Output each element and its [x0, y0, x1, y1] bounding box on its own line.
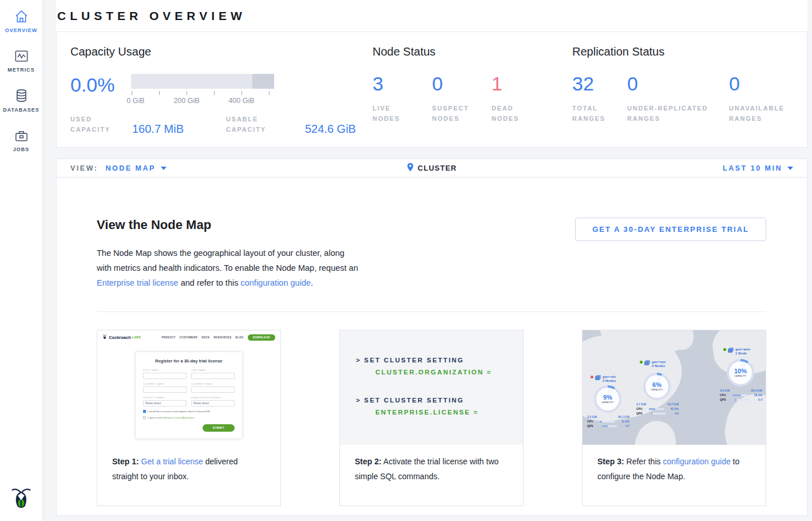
- nav-product[interactable]: PRODUCT: [161, 336, 175, 339]
- sidebar-item-label: JOBS: [0, 147, 42, 152]
- dead-nodes-stat: 1 DEADNODES: [492, 74, 551, 124]
- reason-label: REASON FOR INTEREST: [191, 396, 235, 399]
- sidebar: OVERVIEW METRICS DATABASES JOBS: [0, 0, 42, 521]
- site-nav: PRODUCT CUSTOMERS DOCS RESOURCES BLOG DO…: [161, 334, 275, 341]
- nav-resources[interactable]: RESOURCES: [213, 336, 231, 339]
- get-trial-license-link[interactable]: Get a trial license: [141, 457, 203, 466]
- brand-suffix: LABS: [132, 336, 141, 339]
- main-area: CLUSTER OVERVIEW Capacity Usage 0.0%: [42, 0, 812, 521]
- used-capacity-value: 160.7 MiB: [132, 123, 226, 135]
- unavailable-ranges-label: UNAVAILABLERANGES: [729, 103, 785, 124]
- license-agreement-link[interactable]: Software License Agreement.: [163, 416, 195, 419]
- cluster-breadcrumb[interactable]: CLUSTER: [407, 163, 457, 174]
- suspect-nodes-label: SUSPECTNODES: [432, 103, 492, 124]
- total-ranges-value: 32: [572, 74, 627, 93]
- section-divider: [97, 311, 766, 312]
- step2-caption: Step 2: Activate the trial license with …: [340, 445, 523, 484]
- first-name-input[interactable]: [143, 373, 187, 379]
- region-nyc-label[interactable]: geo=nyc2 Nodes: [640, 360, 666, 368]
- company-name-input[interactable]: [143, 386, 187, 393]
- configuration-guide-link[interactable]: configuration guide: [240, 278, 311, 287]
- metrics-icon: [0, 49, 42, 64]
- company-email-input[interactable]: [191, 386, 235, 393]
- usable-capacity-value: 524.6 GiB: [305, 123, 356, 135]
- replication-status-section: Replication Status 32 TOTALRANGES 0 UNDE…: [572, 45, 793, 147]
- capacity-bar-usable-segment: [131, 74, 252, 89]
- home-icon: [0, 9, 42, 24]
- page-header: CLUSTER OVERVIEW: [56, 0, 807, 31]
- unavailable-ranges-value: 0: [729, 74, 785, 93]
- node-map-title: View the Node Map: [97, 218, 361, 232]
- sql-prompt-2: > SET CLUSTER SETTING: [356, 397, 523, 404]
- company-name-label: COMPANY NAME: [143, 382, 187, 385]
- nodes-icon: [595, 376, 600, 380]
- sidebar-item-jobs[interactable]: JOBS: [0, 119, 42, 159]
- page-title: CLUSTER OVERVIEW: [57, 9, 246, 23]
- sidebar-item-overview[interactable]: OVERVIEW: [0, 0, 42, 40]
- reason-select[interactable]: Please Select: [191, 400, 235, 406]
- capacity-gauge-nyc[interactable]: 6% CAPACITY: [643, 373, 671, 400]
- node-status-title: Node Status: [373, 45, 572, 58]
- last-name-input[interactable]: [191, 373, 235, 379]
- sidebar-item-databases[interactable]: DATABASES: [0, 79, 42, 119]
- chevron-down-icon: [787, 167, 793, 170]
- time-range-selector[interactable]: LAST 10 MIN: [723, 164, 793, 172]
- project-phase-label: PROJECT PHASE: [143, 396, 187, 399]
- node-map-panel: View the Node Map The Node Map shows the…: [56, 177, 807, 516]
- enterprise-trial-button[interactable]: GET A 30-DAY ENTERPRISE TRIAL: [575, 218, 766, 241]
- dead-nodes-label: DEADNODES: [492, 103, 551, 124]
- step3-map-preview: geo=sfo2 Nodes 9% CAPACITY 3.2 GiB35.1 G…: [583, 330, 766, 445]
- region-ams-label[interactable]: geo=ams1 Node: [723, 348, 750, 356]
- trial-register-form: Register for a 30-day trial license FIRS…: [136, 352, 242, 439]
- capacity-gauge-ams[interactable]: 10% CAPACITY: [727, 359, 754, 386]
- step1-caption: Step 1: Get a trial license delivered st…: [97, 445, 280, 484]
- scope-label: CLUSTER: [418, 164, 457, 172]
- live-nodes-value: 3: [373, 74, 432, 93]
- sql-prompt-1: > SET CLUSTER SETTING: [356, 357, 523, 364]
- status-dot-healthy: [640, 361, 643, 364]
- email-updates-label: I would like to receive email updates ab…: [148, 410, 211, 413]
- form-title: Register for a 30-day trial license: [143, 358, 235, 364]
- capacity-usage-section: Capacity Usage 0.0% 0 GiB 200 Gi: [70, 45, 373, 147]
- nodes-icon: [728, 349, 732, 353]
- total-ranges-label: TOTALRANGES: [572, 103, 627, 124]
- view-selector[interactable]: NODE MAP: [105, 164, 166, 172]
- region-sfo-label[interactable]: geo=sfo2 Nodes: [591, 375, 616, 383]
- license-agree-checkbox[interactable]: [143, 416, 146, 419]
- brand-name: Cockroach: [109, 335, 131, 340]
- region-sfo-stats: 3.2 GiB35.1 GiB CPU11.0% QPS4.7: [587, 414, 629, 428]
- axis-label-200: 200 GiB: [173, 97, 199, 105]
- first-name-label: FIRST NAME: [143, 369, 187, 372]
- view-toolbar: VIEW: NODE MAP CLUSTER LAST 10 MIN: [56, 159, 807, 177]
- live-nodes-label: LIVENODES: [373, 103, 432, 124]
- view-label: VIEW:: [70, 164, 98, 172]
- sidebar-item-label: METRICS: [0, 67, 42, 73]
- chevron-down-icon: [161, 167, 167, 170]
- step3-card: geo=sfo2 Nodes 9% CAPACITY 3.2 GiB35.1 G…: [582, 330, 766, 506]
- submit-button[interactable]: SUBMIT: [203, 424, 235, 432]
- suspect-nodes-value: 0: [432, 74, 492, 93]
- nav-customers[interactable]: CUSTOMERS: [180, 336, 197, 339]
- map-pin-icon: [407, 163, 414, 174]
- project-phase-select[interactable]: Please Select: [143, 400, 187, 406]
- enterprise-trial-license-link[interactable]: Enterprise trial license: [97, 278, 179, 287]
- sql-setting-1: CLUSTER.ORGANIZATION =: [375, 369, 523, 376]
- capacity-gauge-sfo[interactable]: 9% CAPACITY: [594, 385, 621, 413]
- node-status-section: Node Status 3 LIVENODES 0 SUSPECTNODES 1: [373, 45, 572, 147]
- email-updates-checkbox[interactable]: [143, 410, 146, 413]
- status-dot-warning: [591, 376, 593, 378]
- configuration-guide-link-2[interactable]: configuration guide: [663, 457, 730, 466]
- capacity-usage-title: Capacity Usage: [70, 45, 373, 58]
- under-replicated-ranges-value: 0: [627, 74, 729, 93]
- sidebar-item-metrics[interactable]: METRICS: [0, 40, 42, 79]
- cockroach-logo-small: [102, 332, 107, 342]
- nav-blog[interactable]: BLOG: [236, 336, 244, 339]
- nav-docs[interactable]: DOCS: [201, 336, 209, 339]
- last-name-label: LAST NAME: [191, 369, 235, 372]
- live-nodes-stat: 3 LIVENODES: [373, 74, 432, 124]
- download-button[interactable]: DOWNLOAD: [248, 334, 275, 341]
- capacity-used-percent: 0.0%: [70, 75, 131, 106]
- capacity-bar-other-segment: [252, 74, 274, 89]
- under-replicated-ranges-label: UNDER-REPLICATEDRANGES: [627, 103, 729, 124]
- axis-label-0: 0 GiB: [126, 97, 144, 105]
